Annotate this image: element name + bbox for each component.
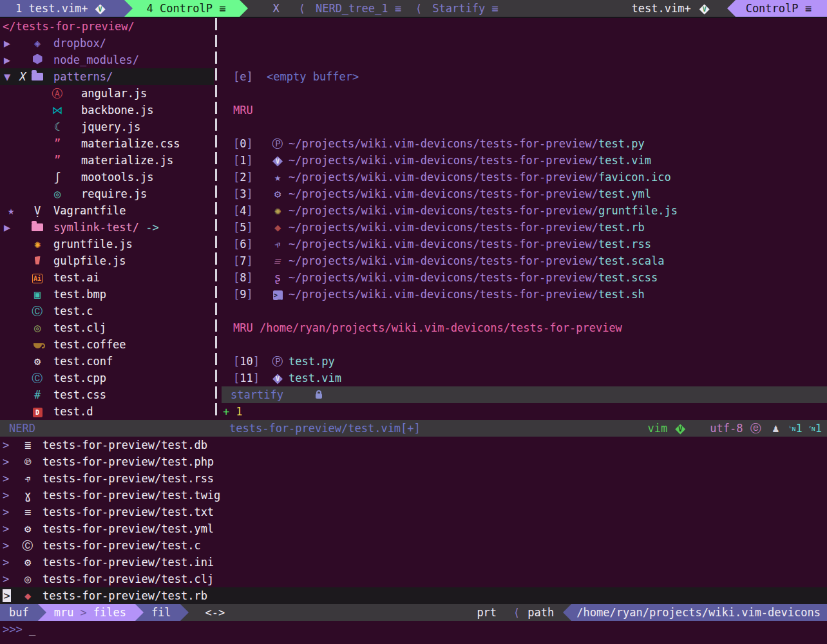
item-path: ~/projects/wiki.vim-devicons/tests-for-p… bbox=[289, 271, 598, 284]
ctrlp-item[interactable]: >⚙tests-for-preview/test.ini bbox=[0, 554, 827, 571]
ctrlp-mode-buf[interactable]: buf bbox=[0, 604, 38, 621]
tree-item[interactable]: ⋈backbone.js bbox=[0, 102, 214, 118]
image-icon: ▣ bbox=[30, 289, 44, 300]
os-icon: ⓔ bbox=[748, 423, 763, 434]
tree-item[interactable]: Ⓒtest.cpp bbox=[0, 370, 214, 386]
tree-item[interactable]: test.coffee bbox=[0, 336, 214, 353]
statusline-mode-label: startify bbox=[231, 388, 283, 401]
tree-item-label: jquery.js bbox=[81, 120, 140, 133]
item-path: ~/projects/wiki.vim-devicons/tests-for-p… bbox=[289, 221, 598, 234]
coffeescript-icon bbox=[33, 343, 42, 348]
sass-icon: ʂ bbox=[267, 272, 289, 283]
tab-controlp[interactable]: 4 ControlP ≡ bbox=[124, 0, 240, 17]
mru-item[interactable]: [0]Ⓟ~/projects/wiki.vim-devicons/tests-f… bbox=[222, 135, 827, 152]
line-number: 1 bbox=[236, 405, 242, 418]
mru-item[interactable]: [9]>_~/projects/wiki.vim-devicons/tests-… bbox=[222, 286, 827, 303]
d-lang-icon: D bbox=[30, 406, 44, 418]
gulp-icon bbox=[35, 256, 41, 265]
ruby-icon: ◆ bbox=[18, 591, 37, 601]
tree-item[interactable]: Ⓒtest.c bbox=[0, 303, 214, 319]
startify-empty-buffer-item[interactable]: [e] <empty buffer> bbox=[222, 68, 827, 85]
ctrlp-item[interactable]: >ɣtests-for-preview/test.twig bbox=[0, 487, 827, 504]
mru-item[interactable]: [6]»~/projects/wiki.vim-devicons/tests-f… bbox=[222, 236, 827, 252]
tree-expander: ★ bbox=[0, 204, 30, 217]
item-index: [e] bbox=[233, 70, 267, 83]
materialize-icon: ” bbox=[50, 155, 64, 166]
item-path: ~/projects/wiki.vim-devicons/tests-for-p… bbox=[289, 238, 598, 251]
executable-flag: X bbox=[19, 70, 26, 83]
ctrlp-item[interactable]: >Ⓒtests-for-preview/test.c bbox=[0, 537, 827, 554]
mru-item[interactable]: [8]ʂ~/projects/wiki.vim-devicons/tests-f… bbox=[222, 269, 827, 286]
ctrlp-item[interactable]: >℗tests-for-preview/test.php bbox=[0, 453, 827, 470]
tree-item-label: backbone.js bbox=[81, 104, 154, 117]
ctrlp-item[interactable]: >»tests-for-preview/test.rss bbox=[0, 470, 827, 487]
tree-item[interactable]: ◎require.js bbox=[0, 185, 214, 202]
segment-label: files bbox=[93, 606, 126, 619]
tree-item[interactable]: ʃmootools.js bbox=[0, 169, 214, 185]
ctrlp-mode-mru-files[interactable]: mru>files bbox=[38, 604, 135, 621]
ctrlp-item[interactable]: >≡tests-for-preview/test.txt bbox=[0, 504, 827, 520]
tree-item[interactable]: #test.css bbox=[0, 386, 214, 403]
tree-item[interactable]: ☾jquery.js bbox=[0, 118, 214, 135]
lock-icon bbox=[316, 393, 322, 399]
ctrlp-scroll-indicator[interactable]: <-> bbox=[189, 604, 234, 621]
rss-icon: » bbox=[271, 238, 283, 250]
selection-cursor: > bbox=[3, 589, 11, 602]
item-filename: favicon.ico bbox=[598, 171, 671, 184]
tree-item[interactable]: ◎test.clj bbox=[0, 319, 214, 336]
mru-item[interactable]: [7]≡~/projects/wiki.vim-devicons/tests-f… bbox=[222, 252, 827, 269]
tree-item[interactable]: ”materialize.css bbox=[0, 135, 214, 152]
background-tab[interactable]: ⟨Startify ≡ bbox=[415, 2, 499, 15]
ctrlp-path-mode-label[interactable]: path bbox=[528, 604, 563, 621]
tree-item[interactable]: ”materialize.js bbox=[0, 152, 214, 169]
tree-item[interactable]: Ⓐangular.js bbox=[0, 85, 214, 102]
tree-item[interactable]: ⚙test.conf bbox=[0, 353, 214, 370]
chevron-collapsed-icon: ▶ bbox=[4, 221, 10, 234]
ctrlp-item[interactable]: >≣tests-for-preview/test.db bbox=[0, 437, 827, 453]
vim-icon: V bbox=[675, 424, 685, 435]
window-separator[interactable] bbox=[215, 18, 217, 420]
tree-item[interactable]: ★ṾVagrantfile bbox=[0, 202, 214, 219]
vim-buffer-line[interactable]: + 1 bbox=[222, 403, 827, 420]
ctrlp-prompt[interactable]: >>> _ bbox=[0, 621, 827, 638]
tree-item[interactable]: ▶node_modules/ bbox=[0, 52, 214, 68]
ctrlp-prt-label[interactable]: prt bbox=[468, 604, 506, 621]
item-path: tests-for-preview/test.rss bbox=[43, 472, 214, 485]
tree-item[interactable]: ▶◈dropbox/ bbox=[0, 35, 214, 52]
mru-item[interactable]: [5]◆~/projects/wiki.vim-devicons/tests-f… bbox=[222, 219, 827, 236]
item-filename: test.rb bbox=[598, 221, 645, 234]
tree-item-label: Vagrantfile bbox=[53, 204, 126, 217]
ctrlp-item[interactable]: >◆tests-for-preview/test.rb bbox=[0, 587, 827, 604]
ctrlp-item[interactable]: >⚙tests-for-preview/test.yml bbox=[0, 520, 827, 537]
tree-root[interactable]: </tests-for-preview/ bbox=[0, 18, 214, 35]
tab-controlp-right[interactable]: ControlP ≡ bbox=[727, 0, 827, 17]
mru-item[interactable]: [3]⚙~/projects/wiki.vim-devicons/tests-f… bbox=[222, 185, 827, 202]
tree-item-label: test.conf bbox=[53, 355, 113, 368]
ctrlp-item[interactable]: >◎tests-for-preview/test.clj bbox=[0, 571, 827, 587]
tab-test-vim[interactable]: 1 test.vim+ V bbox=[0, 0, 124, 17]
background-tab[interactable]: ⟨NERD_tree_1 ≡ bbox=[299, 2, 401, 15]
item-path: tests-for-preview/test.twig bbox=[43, 489, 220, 502]
mru-item[interactable]: [10]Ⓟtest.py bbox=[222, 353, 827, 370]
mru-item[interactable]: [11]Vtest.vim bbox=[222, 370, 827, 386]
close-tab-button[interactable]: X bbox=[267, 0, 284, 17]
tree-item[interactable]: ▣test.bmp bbox=[0, 286, 214, 303]
clojure-icon: ◎ bbox=[30, 323, 44, 334]
mru-item[interactable]: [1]V~/projects/wiki.vim-devicons/tests-f… bbox=[222, 152, 827, 169]
nodejs-icon bbox=[30, 54, 44, 66]
tree-item[interactable]: gulpfile.js bbox=[0, 252, 214, 269]
item-path: ~/projects/wiki.vim-devicons/tests-for-p… bbox=[289, 204, 598, 217]
mru-item[interactable]: [2]★~/projects/wiki.vim-devicons/tests-f… bbox=[222, 169, 827, 185]
tree-item[interactable]: ▶symlink-test/ -> bbox=[0, 219, 214, 236]
powerline-separator bbox=[563, 604, 571, 621]
tree-item-label: test.bmp bbox=[53, 288, 106, 301]
ctrlp-mode-fil[interactable]: fil bbox=[135, 604, 180, 621]
tree-item[interactable]: ▼Xpatterns/ bbox=[0, 68, 214, 85]
tree-item[interactable]: ✺gruntfile.js bbox=[0, 236, 214, 252]
cpp-icon: Ⓒ bbox=[30, 373, 44, 384]
vagrant-icon: Ṿ bbox=[30, 205, 44, 216]
mru-item[interactable]: [4]✺~/projects/wiki.vim-devicons/tests-f… bbox=[222, 202, 827, 219]
tree-item[interactable]: Aitest.ai bbox=[0, 269, 214, 286]
tree-item[interactable]: Dtest.d bbox=[0, 403, 214, 420]
vim-icon: V bbox=[272, 374, 283, 384]
